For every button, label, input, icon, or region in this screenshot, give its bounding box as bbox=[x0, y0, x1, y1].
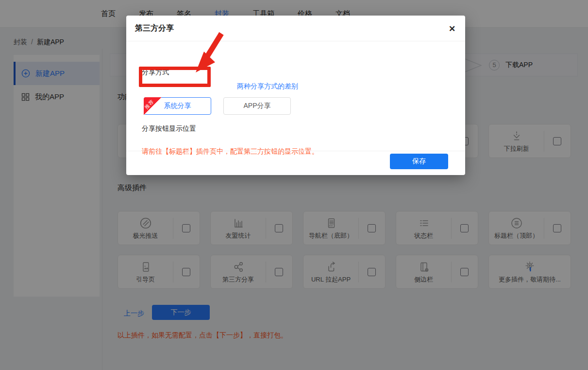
save-button[interactable]: 保存 bbox=[390, 154, 448, 169]
system-share-button[interactable]: 推荐 系统分享 bbox=[144, 97, 211, 115]
app-share-label: APP分享 bbox=[243, 102, 270, 109]
button-position-label: 分享按钮显示位置 bbox=[142, 124, 196, 133]
system-share-label: 系统分享 bbox=[164, 102, 191, 109]
app-screen: 首页 发布 签名 封装 工具箱 价格 文档 封装/新建APP 新建APP bbox=[0, 0, 588, 370]
share-diff-link[interactable]: 两种分享方式的差别 bbox=[237, 82, 298, 91]
recommend-ribbon: 推荐 bbox=[144, 97, 161, 115]
modal-footer: 保存 bbox=[126, 151, 465, 175]
share-options: 推荐 系统分享 APP分享 bbox=[144, 97, 291, 115]
recommend-label: 推荐 bbox=[144, 97, 161, 115]
third-party-share-modal: 第三方分享 ✕ 分享方式 两种分享方式的差别 推荐 系统分享 APP分享 分享按… bbox=[126, 16, 465, 175]
share-method-label: 分享方式 bbox=[142, 68, 169, 77]
close-icon[interactable]: ✕ bbox=[445, 21, 459, 36]
app-share-button[interactable]: APP分享 bbox=[223, 97, 291, 115]
modal-title: 第三方分享 bbox=[135, 23, 174, 34]
modal-header: 第三方分享 ✕ bbox=[126, 16, 465, 41]
